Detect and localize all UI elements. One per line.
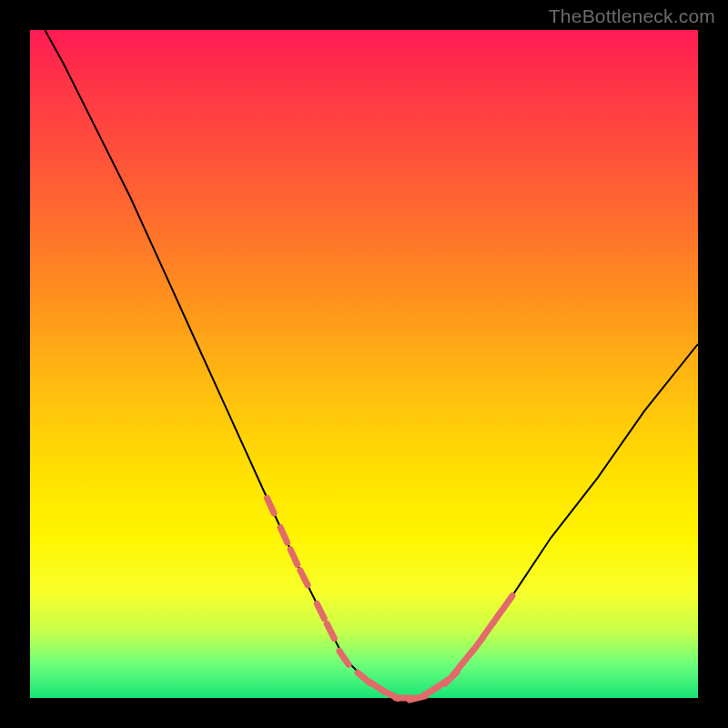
watermark-text: TheBottleneck.com xyxy=(549,5,715,27)
curve-marker-left-3 xyxy=(300,571,308,585)
curve-marker-left-0 xyxy=(268,498,275,512)
curve-svg xyxy=(30,30,698,698)
curve-marker-left-5 xyxy=(327,624,334,639)
bottleneck-curve xyxy=(30,4,698,698)
curve-marker-right-5 xyxy=(472,638,482,651)
curve-marker-left-4 xyxy=(317,604,324,619)
plot-area xyxy=(30,30,698,698)
curve-marker-right-7 xyxy=(493,610,502,623)
curve-group xyxy=(30,4,698,698)
curve-marker-left-6 xyxy=(339,652,349,665)
markers-group xyxy=(268,498,513,700)
curve-marker-left-2 xyxy=(290,550,298,564)
chart-frame: TheBottleneck.com xyxy=(0,0,728,728)
curve-marker-right-8 xyxy=(503,596,512,610)
curve-marker-right-6 xyxy=(483,624,492,638)
curve-marker-left-1 xyxy=(280,528,287,542)
